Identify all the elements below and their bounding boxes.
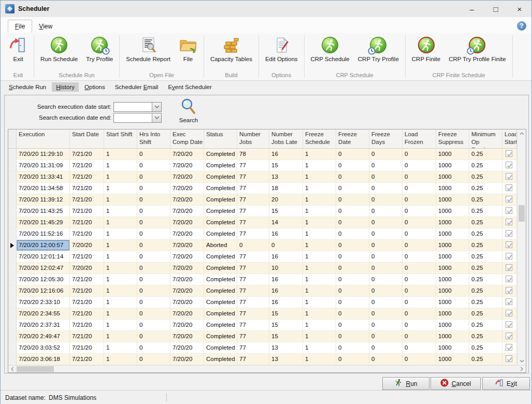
column-header-freeze-suppress[interactable]: Freeze Suppress <box>436 129 469 148</box>
grid-cell[interactable]: 7/20/20 <box>170 263 204 273</box>
column-header-number-jobs-late[interactable]: Number Jobs Late <box>269 129 303 148</box>
grid-cell[interactable]: 7/21/20 <box>70 149 104 160</box>
grid-cell[interactable]: 0.25 <box>469 320 502 330</box>
grid-cell[interactable]: 0 <box>137 274 170 285</box>
grid-cell[interactable]: 0 <box>137 263 170 273</box>
grid-cell[interactable]: 0 <box>137 251 170 262</box>
grid-cell[interactable]: 1000 <box>436 342 469 353</box>
grid-cell[interactable]: 1 <box>104 320 137 330</box>
grid-cell[interactable]: 0 <box>402 274 436 285</box>
grid-cell[interactable] <box>502 297 517 308</box>
grid-cell[interactable]: 1 <box>303 183 336 194</box>
grid-cell[interactable]: 7/20/20 12:05:30 <box>17 274 70 285</box>
grid-cell[interactable]: 7/20/20 <box>170 354 204 365</box>
grid-cell[interactable]: 0.25 <box>469 354 502 365</box>
chevron-down-icon[interactable] <box>152 113 161 122</box>
grid-cell[interactable]: 7/20/20 <box>170 160 204 171</box>
grid-cell[interactable]: Aborted <box>204 240 237 251</box>
grid-cell[interactable]: 18 <box>269 183 303 194</box>
grid-cell[interactable]: 7/20/20 <box>170 331 204 342</box>
grid-cell[interactable]: Completed <box>204 149 237 160</box>
grid-cell[interactable]: 0 <box>402 308 436 319</box>
tab-options[interactable]: Options <box>80 82 109 92</box>
column-header-start-date[interactable]: Start Date <box>70 129 104 148</box>
vertical-scroll-thumb[interactable] <box>519 205 525 222</box>
grid-cell[interactable]: 0 <box>369 183 402 194</box>
grid-cell[interactable]: 16 <box>269 149 303 160</box>
column-header-start-shift[interactable]: Start Shift <box>104 129 137 148</box>
grid-cell[interactable]: 0.25 <box>469 285 502 296</box>
grid-cell[interactable]: 0 <box>137 297 170 308</box>
grid-cell[interactable]: 7/20/20 11:45:29 <box>17 217 70 228</box>
grid-cell[interactable]: 1 <box>104 308 137 319</box>
grid-cell[interactable]: 0.25 <box>469 251 502 262</box>
tab-history[interactable]: History <box>52 82 79 92</box>
grid-cell[interactable]: 7/20/20 <box>170 217 204 228</box>
grid-cell[interactable]: 77 <box>237 251 269 262</box>
grid-cell[interactable]: 0 <box>402 206 436 217</box>
grid-cell[interactable]: 0 <box>402 149 436 160</box>
grid-cell[interactable]: 7/20/20 <box>170 285 204 296</box>
grid-cell[interactable]: 16 <box>269 297 303 308</box>
grid-cell[interactable]: 16 <box>269 228 303 239</box>
grid-cell[interactable]: 0.25 <box>469 183 502 194</box>
grid-cell[interactable]: 1 <box>104 285 137 296</box>
grid-cell[interactable]: 1000 <box>436 206 469 217</box>
grid-cell[interactable]: 1 <box>104 240 137 251</box>
grid-cell[interactable]: 7/20/20 <box>170 308 204 319</box>
grid-cell[interactable] <box>502 149 517 160</box>
grid-cell[interactable]: 0 <box>137 149 170 160</box>
grid-cell[interactable]: 0 <box>336 320 369 330</box>
search-end-date-input[interactable] <box>113 113 162 123</box>
grid-cell[interactable]: 0 <box>369 171 402 182</box>
grid-cell[interactable]: 1 <box>303 160 336 171</box>
grid-cell[interactable]: 0 <box>336 263 369 273</box>
grid-cell[interactable]: 0 <box>336 206 369 217</box>
grid-cell[interactable]: Completed <box>204 308 237 319</box>
run-button[interactable]: Run <box>382 377 429 390</box>
grid-cell[interactable]: 0 <box>369 228 402 239</box>
row-header[interactable] <box>8 160 17 171</box>
grid-cell[interactable]: 7/21/20 <box>70 274 104 285</box>
grid-cell[interactable]: 7/21/20 <box>70 217 104 228</box>
grid-cell[interactable] <box>502 228 517 239</box>
grid-cell[interactable]: 1 <box>303 206 336 217</box>
grid-cell[interactable]: 0 <box>137 171 170 182</box>
grid-cell[interactable]: 1 <box>104 342 137 353</box>
grid-cell[interactable]: 10 <box>269 263 303 273</box>
grid-cell[interactable]: 0 <box>402 183 436 194</box>
grid-cell[interactable]: 1000 <box>436 251 469 262</box>
grid-cell[interactable]: 1 <box>303 171 336 182</box>
grid-cell[interactable]: 0 <box>137 354 170 365</box>
grid-cell[interactable]: 7/20/20 <box>170 251 204 262</box>
grid-cell[interactable]: 16 <box>269 251 303 262</box>
grid-cell[interactable]: 1 <box>303 354 336 365</box>
row-header[interactable] <box>8 354 17 365</box>
grid-cell[interactable]: 1 <box>303 331 336 342</box>
grid-cell[interactable]: 7/20/20 2:37:31 <box>17 320 70 330</box>
grid-cell[interactable]: 0 <box>336 342 369 353</box>
grid-cell[interactable]: 0 <box>402 251 436 262</box>
row-header[interactable] <box>8 251 17 262</box>
grid-cell[interactable]: 15 <box>269 160 303 171</box>
grid-cell[interactable]: Completed <box>204 263 237 273</box>
grid-cell[interactable]: Completed <box>204 274 237 285</box>
grid-cell[interactable]: 7/20/20 <box>170 171 204 182</box>
grid-cell[interactable]: 0 <box>402 228 436 239</box>
grid-cell[interactable]: 0 <box>269 240 303 251</box>
grid-cell[interactable]: 7/21/20 <box>70 331 104 342</box>
grid-cell[interactable]: 7/20/20 11:31:09 <box>17 160 70 171</box>
grid-cell[interactable]: Completed <box>204 354 237 365</box>
grid-cell[interactable]: 77 <box>237 171 269 182</box>
grid-cell[interactable]: 15 <box>269 308 303 319</box>
grid-cell[interactable]: 77 <box>237 228 269 239</box>
grid-cell[interactable]: 0 <box>402 240 436 251</box>
row-header[interactable] <box>8 263 17 273</box>
grid-cell[interactable]: 0 <box>402 320 436 330</box>
grid-cell[interactable]: 0 <box>369 240 402 251</box>
grid-cell[interactable]: 1000 <box>436 217 469 228</box>
grid-cell[interactable]: 13 <box>269 171 303 182</box>
row-header[interactable] <box>8 171 17 182</box>
grid-cell[interactable]: 7/20/20 12:02:47 <box>17 263 70 273</box>
grid-cell[interactable]: Completed <box>204 194 237 205</box>
